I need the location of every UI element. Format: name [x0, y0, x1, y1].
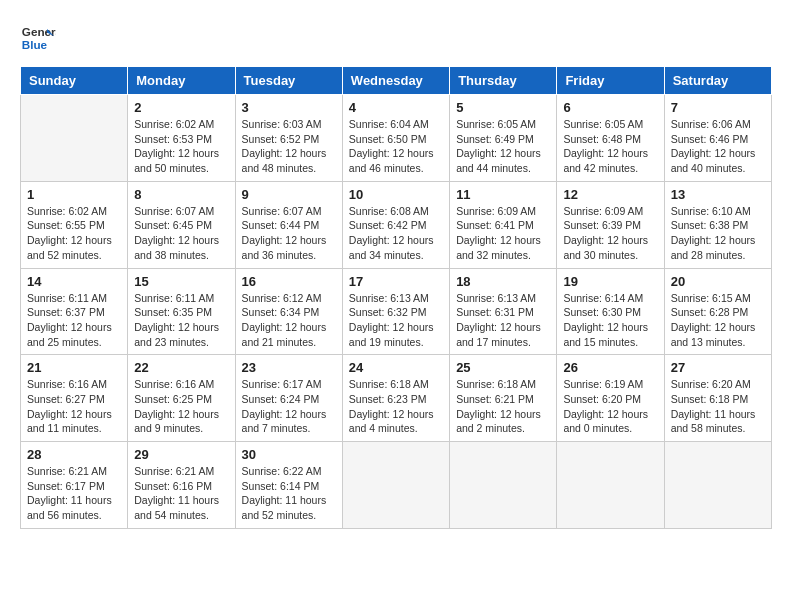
- day-info: Sunrise: 6:11 AM Sunset: 6:37 PM Dayligh…: [27, 291, 121, 350]
- day-number: 7: [671, 100, 765, 115]
- day-info: Sunrise: 6:12 AM Sunset: 6:34 PM Dayligh…: [242, 291, 336, 350]
- weekday-thursday: Thursday: [450, 67, 557, 95]
- calendar-cell: 25Sunrise: 6:18 AM Sunset: 6:21 PM Dayli…: [450, 355, 557, 442]
- day-info: Sunrise: 6:04 AM Sunset: 6:50 PM Dayligh…: [349, 117, 443, 176]
- calendar-cell: 4Sunrise: 6:04 AM Sunset: 6:50 PM Daylig…: [342, 95, 449, 182]
- svg-text:General: General: [22, 25, 56, 38]
- day-info: Sunrise: 6:08 AM Sunset: 6:42 PM Dayligh…: [349, 204, 443, 263]
- calendar-cell: 17Sunrise: 6:13 AM Sunset: 6:32 PM Dayli…: [342, 268, 449, 355]
- calendar-cell: 7Sunrise: 6:06 AM Sunset: 6:46 PM Daylig…: [664, 95, 771, 182]
- day-info: Sunrise: 6:03 AM Sunset: 6:52 PM Dayligh…: [242, 117, 336, 176]
- calendar-cell: 26Sunrise: 6:19 AM Sunset: 6:20 PM Dayli…: [557, 355, 664, 442]
- day-number: 3: [242, 100, 336, 115]
- day-info: Sunrise: 6:10 AM Sunset: 6:38 PM Dayligh…: [671, 204, 765, 263]
- logo: General Blue: [20, 20, 56, 56]
- day-info: Sunrise: 6:02 AM Sunset: 6:55 PM Dayligh…: [27, 204, 121, 263]
- calendar-cell: 12Sunrise: 6:09 AM Sunset: 6:39 PM Dayli…: [557, 181, 664, 268]
- day-info: Sunrise: 6:18 AM Sunset: 6:21 PM Dayligh…: [456, 377, 550, 436]
- weekday-friday: Friday: [557, 67, 664, 95]
- calendar-cell: 5Sunrise: 6:05 AM Sunset: 6:49 PM Daylig…: [450, 95, 557, 182]
- day-number: 14: [27, 274, 121, 289]
- weekday-tuesday: Tuesday: [235, 67, 342, 95]
- calendar-cell: 20Sunrise: 6:15 AM Sunset: 6:28 PM Dayli…: [664, 268, 771, 355]
- calendar-cell: 28Sunrise: 6:21 AM Sunset: 6:17 PM Dayli…: [21, 442, 128, 529]
- calendar-week-3: 21Sunrise: 6:16 AM Sunset: 6:27 PM Dayli…: [21, 355, 772, 442]
- day-info: Sunrise: 6:14 AM Sunset: 6:30 PM Dayligh…: [563, 291, 657, 350]
- day-info: Sunrise: 6:21 AM Sunset: 6:16 PM Dayligh…: [134, 464, 228, 523]
- day-info: Sunrise: 6:17 AM Sunset: 6:24 PM Dayligh…: [242, 377, 336, 436]
- calendar-cell: 3Sunrise: 6:03 AM Sunset: 6:52 PM Daylig…: [235, 95, 342, 182]
- calendar-cell: [664, 442, 771, 529]
- calendar-week-4: 28Sunrise: 6:21 AM Sunset: 6:17 PM Dayli…: [21, 442, 772, 529]
- day-info: Sunrise: 6:16 AM Sunset: 6:25 PM Dayligh…: [134, 377, 228, 436]
- day-number: 18: [456, 274, 550, 289]
- day-number: 27: [671, 360, 765, 375]
- day-number: 9: [242, 187, 336, 202]
- day-number: 2: [134, 100, 228, 115]
- weekday-monday: Monday: [128, 67, 235, 95]
- day-info: Sunrise: 6:05 AM Sunset: 6:49 PM Dayligh…: [456, 117, 550, 176]
- calendar-week-2: 14Sunrise: 6:11 AM Sunset: 6:37 PM Dayli…: [21, 268, 772, 355]
- calendar-cell: 15Sunrise: 6:11 AM Sunset: 6:35 PM Dayli…: [128, 268, 235, 355]
- calendar-table: SundayMondayTuesdayWednesdayThursdayFrid…: [20, 66, 772, 529]
- day-info: Sunrise: 6:19 AM Sunset: 6:20 PM Dayligh…: [563, 377, 657, 436]
- day-number: 12: [563, 187, 657, 202]
- day-info: Sunrise: 6:07 AM Sunset: 6:45 PM Dayligh…: [134, 204, 228, 263]
- day-number: 10: [349, 187, 443, 202]
- calendar-cell: [557, 442, 664, 529]
- calendar-cell: 1Sunrise: 6:02 AM Sunset: 6:55 PM Daylig…: [21, 181, 128, 268]
- calendar-cell: [450, 442, 557, 529]
- day-info: Sunrise: 6:02 AM Sunset: 6:53 PM Dayligh…: [134, 117, 228, 176]
- calendar-cell: 18Sunrise: 6:13 AM Sunset: 6:31 PM Dayli…: [450, 268, 557, 355]
- day-number: 4: [349, 100, 443, 115]
- calendar-week-1: 1Sunrise: 6:02 AM Sunset: 6:55 PM Daylig…: [21, 181, 772, 268]
- day-info: Sunrise: 6:21 AM Sunset: 6:17 PM Dayligh…: [27, 464, 121, 523]
- calendar-cell: 22Sunrise: 6:16 AM Sunset: 6:25 PM Dayli…: [128, 355, 235, 442]
- calendar-cell: [21, 95, 128, 182]
- day-number: 11: [456, 187, 550, 202]
- day-info: Sunrise: 6:11 AM Sunset: 6:35 PM Dayligh…: [134, 291, 228, 350]
- day-info: Sunrise: 6:13 AM Sunset: 6:32 PM Dayligh…: [349, 291, 443, 350]
- day-info: Sunrise: 6:20 AM Sunset: 6:18 PM Dayligh…: [671, 377, 765, 436]
- day-info: Sunrise: 6:18 AM Sunset: 6:23 PM Dayligh…: [349, 377, 443, 436]
- day-number: 21: [27, 360, 121, 375]
- svg-text:Blue: Blue: [22, 38, 48, 51]
- day-number: 16: [242, 274, 336, 289]
- day-info: Sunrise: 6:06 AM Sunset: 6:46 PM Dayligh…: [671, 117, 765, 176]
- day-number: 26: [563, 360, 657, 375]
- calendar-cell: 24Sunrise: 6:18 AM Sunset: 6:23 PM Dayli…: [342, 355, 449, 442]
- calendar-cell: 30Sunrise: 6:22 AM Sunset: 6:14 PM Dayli…: [235, 442, 342, 529]
- day-number: 24: [349, 360, 443, 375]
- weekday-sunday: Sunday: [21, 67, 128, 95]
- calendar-cell: 14Sunrise: 6:11 AM Sunset: 6:37 PM Dayli…: [21, 268, 128, 355]
- day-info: Sunrise: 6:05 AM Sunset: 6:48 PM Dayligh…: [563, 117, 657, 176]
- calendar-cell: 29Sunrise: 6:21 AM Sunset: 6:16 PM Dayli…: [128, 442, 235, 529]
- day-number: 22: [134, 360, 228, 375]
- day-number: 6: [563, 100, 657, 115]
- day-number: 15: [134, 274, 228, 289]
- calendar-cell: 27Sunrise: 6:20 AM Sunset: 6:18 PM Dayli…: [664, 355, 771, 442]
- day-number: 8: [134, 187, 228, 202]
- day-number: 19: [563, 274, 657, 289]
- calendar-cell: 8Sunrise: 6:07 AM Sunset: 6:45 PM Daylig…: [128, 181, 235, 268]
- day-number: 13: [671, 187, 765, 202]
- day-number: 25: [456, 360, 550, 375]
- calendar-cell: 19Sunrise: 6:14 AM Sunset: 6:30 PM Dayli…: [557, 268, 664, 355]
- logo-icon: General Blue: [20, 20, 56, 56]
- calendar-cell: 23Sunrise: 6:17 AM Sunset: 6:24 PM Dayli…: [235, 355, 342, 442]
- calendar-cell: 16Sunrise: 6:12 AM Sunset: 6:34 PM Dayli…: [235, 268, 342, 355]
- calendar-week-0: 2Sunrise: 6:02 AM Sunset: 6:53 PM Daylig…: [21, 95, 772, 182]
- day-info: Sunrise: 6:07 AM Sunset: 6:44 PM Dayligh…: [242, 204, 336, 263]
- day-info: Sunrise: 6:09 AM Sunset: 6:41 PM Dayligh…: [456, 204, 550, 263]
- day-number: 28: [27, 447, 121, 462]
- day-info: Sunrise: 6:09 AM Sunset: 6:39 PM Dayligh…: [563, 204, 657, 263]
- day-number: 1: [27, 187, 121, 202]
- calendar-cell: 9Sunrise: 6:07 AM Sunset: 6:44 PM Daylig…: [235, 181, 342, 268]
- day-info: Sunrise: 6:22 AM Sunset: 6:14 PM Dayligh…: [242, 464, 336, 523]
- calendar-cell: 10Sunrise: 6:08 AM Sunset: 6:42 PM Dayli…: [342, 181, 449, 268]
- page-header: General Blue: [20, 20, 772, 56]
- weekday-wednesday: Wednesday: [342, 67, 449, 95]
- calendar-cell: 11Sunrise: 6:09 AM Sunset: 6:41 PM Dayli…: [450, 181, 557, 268]
- day-number: 17: [349, 274, 443, 289]
- day-number: 5: [456, 100, 550, 115]
